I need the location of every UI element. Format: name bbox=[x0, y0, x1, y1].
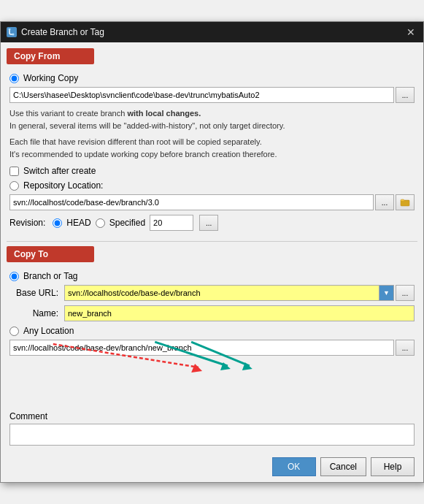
svg-rect-2 bbox=[401, 200, 409, 206]
working-copy-browse-btn[interactable]: ... bbox=[396, 87, 415, 103]
base-url-browse-btn[interactable]: ... bbox=[396, 285, 415, 301]
comment-label: Comment bbox=[9, 411, 415, 421]
branch-tag-label[interactable]: Branch or Tag bbox=[23, 271, 78, 281]
button-row: OK Cancel Help bbox=[1, 451, 423, 482]
copy-to-content: Branch or Tag Base URL: ▼ ... Name: bbox=[1, 268, 423, 408]
any-location-path-row: ... bbox=[9, 340, 415, 356]
base-url-input[interactable] bbox=[64, 285, 379, 301]
copy-from-section: Copy From Working Copy ... Use this vari… bbox=[1, 42, 423, 240]
revision-value-input[interactable] bbox=[150, 215, 193, 231]
specified-radio[interactable] bbox=[96, 218, 105, 228]
any-location-radio[interactable] bbox=[9, 327, 19, 336]
dialog-body: Copy From Working Copy ... Use this vari… bbox=[1, 42, 423, 482]
copy-from-header: Copy From bbox=[7, 48, 94, 64]
any-location-radio-row: Any Location bbox=[9, 326, 415, 336]
switch-checkbox-row: Switch after create bbox=[9, 166, 415, 176]
specified-label[interactable]: Specified bbox=[109, 218, 145, 228]
base-url-row: Base URL: ▼ ... bbox=[9, 285, 415, 301]
switch-checkbox[interactable] bbox=[9, 167, 19, 176]
repository-radio-row: Repository Location: bbox=[9, 180, 415, 191]
comment-input[interactable] bbox=[9, 424, 415, 446]
dialog-icon bbox=[7, 27, 17, 37]
info-text-1: Use this variant to create branch with l… bbox=[9, 107, 415, 131]
name-label: Name: bbox=[9, 308, 64, 318]
svg-point-1 bbox=[12, 34, 15, 36]
cancel-button[interactable]: Cancel bbox=[320, 457, 366, 476]
help-button[interactable]: Help bbox=[371, 457, 415, 476]
info-text-1-normal: Use this variant to create branch bbox=[9, 109, 127, 118]
any-location-label[interactable]: Any Location bbox=[23, 326, 74, 336]
info-text-2: In general, several items will be "added… bbox=[9, 121, 285, 130]
copy-from-content: Working Copy ... Use this variant to cre… bbox=[1, 70, 423, 240]
separator bbox=[7, 241, 417, 242]
ok-button[interactable]: OK bbox=[272, 457, 316, 476]
working-copy-radio-row: Working Copy bbox=[9, 73, 415, 83]
working-copy-radio[interactable] bbox=[9, 74, 19, 83]
switch-label[interactable]: Switch after create bbox=[23, 166, 96, 176]
repository-path-row: ... bbox=[9, 194, 415, 210]
info-text-4: It's recommended to update working copy … bbox=[9, 150, 277, 159]
working-copy-path-row: ... bbox=[9, 87, 415, 103]
base-url-dropdown-btn[interactable]: ▼ bbox=[379, 285, 394, 301]
any-location-path-input[interactable] bbox=[9, 340, 394, 356]
repository-label[interactable]: Repository Location: bbox=[23, 180, 103, 191]
head-radio[interactable] bbox=[53, 218, 62, 228]
revision-browse-btn[interactable]: ... bbox=[199, 215, 218, 231]
copy-to-header: Copy To bbox=[7, 246, 94, 262]
info-text-3: Each file that have revision different t… bbox=[9, 137, 262, 146]
svg-point-0 bbox=[9, 28, 11, 31]
svg-marker-8 bbox=[242, 362, 253, 370]
working-copy-path-input[interactable] bbox=[9, 87, 394, 103]
head-label[interactable]: HEAD bbox=[66, 218, 90, 228]
repository-path-input[interactable] bbox=[9, 194, 374, 210]
base-url-label: Base URL: bbox=[9, 288, 64, 298]
svg-marker-4 bbox=[191, 364, 202, 373]
branch-tag-radio[interactable] bbox=[9, 272, 19, 281]
title-bar: Create Branch or Tag ✕ bbox=[1, 22, 423, 42]
svg-marker-6 bbox=[220, 362, 231, 370]
info-text-block: Each file that have revision different t… bbox=[9, 136, 415, 160]
comment-section: Comment bbox=[1, 408, 423, 451]
revision-label: Revision: bbox=[9, 218, 45, 228]
any-location-browse-btn[interactable]: ... bbox=[396, 340, 415, 356]
dialog-title: Create Branch or Tag bbox=[21, 27, 104, 37]
name-row: Name: bbox=[9, 305, 415, 321]
revision-row: Revision: HEAD Specified ... bbox=[9, 215, 415, 231]
create-branch-dialog: Create Branch or Tag ✕ Copy From Working… bbox=[0, 21, 424, 483]
close-button[interactable]: ✕ bbox=[404, 26, 417, 39]
branch-tag-radio-row: Branch or Tag bbox=[9, 271, 415, 281]
repository-radio[interactable] bbox=[9, 181, 19, 191]
repository-browse-btn[interactable]: ... bbox=[375, 194, 394, 210]
repository-folder-btn[interactable] bbox=[396, 194, 415, 210]
name-input[interactable] bbox=[64, 305, 415, 321]
working-copy-label[interactable]: Working Copy bbox=[23, 73, 78, 83]
any-location-container: ... bbox=[9, 340, 415, 402]
info-text-1-bold: with local changes. bbox=[127, 109, 201, 118]
copy-to-section: Copy To Branch or Tag Base URL: ▼ ... Na… bbox=[1, 243, 423, 408]
